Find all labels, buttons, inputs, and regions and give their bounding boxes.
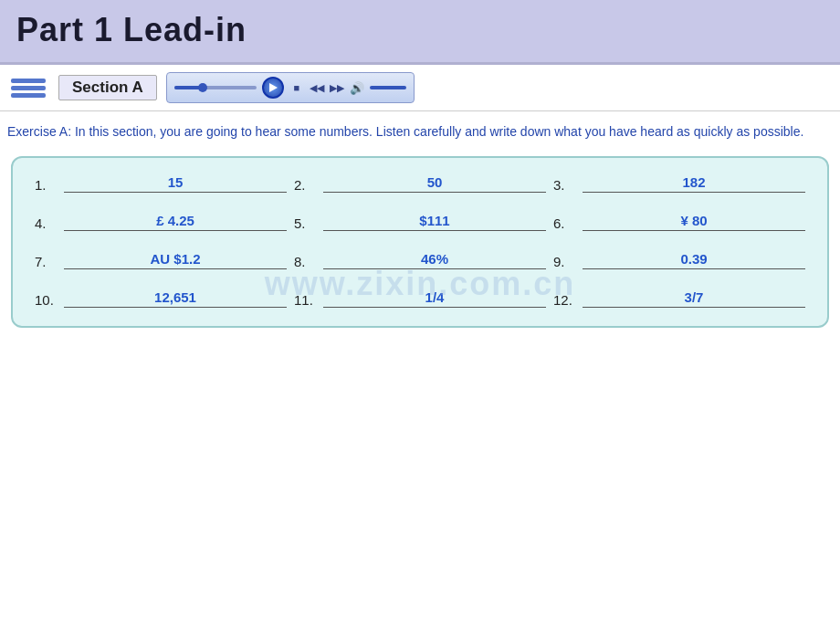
answer-number: 4. [35, 215, 60, 231]
answer-line: AU $1.2 [64, 251, 287, 269]
answer-number: 8. [294, 254, 320, 269]
section-label: Section A [58, 75, 157, 100]
answer-item: 7.AU $1.2 [35, 251, 287, 269]
volume-icon: 🔊 [350, 81, 364, 95]
icon-line-1 [11, 79, 46, 83]
icon-line-2 [11, 86, 46, 90]
answer-value: 50 [427, 174, 443, 190]
answer-line: 3/7 [583, 289, 805, 308]
audio-player: ■ ◀◀ ▶▶ 🔊 [166, 72, 415, 103]
answer-value: ¥ 80 [680, 213, 707, 228]
exercise-text: Exercise A: In this section, you are goi… [0, 117, 840, 149]
answer-line: £ 4.25 [64, 213, 287, 231]
answer-value: AU $1.2 [150, 251, 200, 267]
answer-value: 46% [421, 251, 448, 267]
answer-number: 3. [553, 177, 579, 193]
next-button[interactable]: ▶▶ [330, 81, 344, 94]
answer-item: 1.15 [35, 174, 287, 193]
answer-line: 0.39 [583, 251, 805, 269]
section-row: Section A ■ ◀◀ ▶▶ 🔊 [0, 65, 840, 110]
answer-value: $111 [419, 213, 449, 228]
answer-line: $111 [323, 213, 546, 231]
answer-line: 15 [64, 174, 287, 193]
answer-value: 1/4 [425, 289, 445, 305]
answer-item: 6.¥ 80 [553, 213, 805, 231]
answer-number: 2. [294, 177, 320, 193]
answer-line: 182 [583, 174, 805, 193]
answer-number: 12. [553, 292, 579, 308]
answer-item: 10.12,651 [35, 289, 287, 308]
answer-value: 182 [682, 174, 705, 190]
answer-value: 15 [168, 174, 184, 190]
answer-number: 6. [553, 215, 579, 231]
audio-track [174, 86, 257, 89]
answer-value: £ 4.25 [156, 213, 194, 228]
answer-number: 1. [35, 177, 60, 193]
answer-line: 50 [323, 174, 546, 193]
prev-button[interactable]: ◀◀ [310, 81, 324, 94]
stop-button[interactable]: ■ [289, 81, 304, 94]
answer-value: 0.39 [680, 251, 707, 267]
answer-item: 9.0.39 [553, 251, 805, 269]
answer-line: 1/4 [323, 289, 546, 308]
answer-item: 5.$111 [294, 213, 546, 231]
answer-item: 3.182 [553, 174, 805, 193]
play-button[interactable] [262, 77, 284, 99]
volume-bar [370, 86, 406, 89]
answer-item: 12.3/7 [553, 289, 805, 308]
answer-number: 10. [35, 292, 60, 308]
track-thumb [198, 83, 207, 92]
answers-grid: 1.152.503.1824.£ 4.255.$1116.¥ 807.AU $1… [35, 174, 805, 308]
answer-number: 9. [553, 254, 579, 269]
icon-line-3 [11, 93, 46, 98]
answer-item: 8.46% [294, 251, 546, 269]
answer-value: 3/7 [685, 289, 704, 305]
answer-value: 12,651 [154, 289, 196, 305]
answer-item: 2.50 [294, 174, 546, 193]
answer-number: 7. [35, 254, 60, 269]
section-icon [11, 79, 46, 98]
page-header: Part 1 Lead-in [0, 0, 840, 65]
answer-item: 4.£ 4.25 [35, 213, 287, 231]
answer-number: 5. [294, 215, 320, 231]
answer-number: 11. [294, 292, 320, 308]
answer-line: ¥ 80 [583, 213, 805, 231]
page-title: Part 1 Lead-in [16, 11, 247, 48]
answer-item: 11.1/4 [294, 289, 546, 308]
answers-box: 1.152.503.1824.£ 4.255.$1116.¥ 807.AU $1… [11, 156, 829, 328]
track-bar [174, 86, 257, 89]
answer-line: 46% [323, 251, 546, 269]
divider [0, 110, 840, 111]
answer-line: 12,651 [64, 289, 287, 308]
